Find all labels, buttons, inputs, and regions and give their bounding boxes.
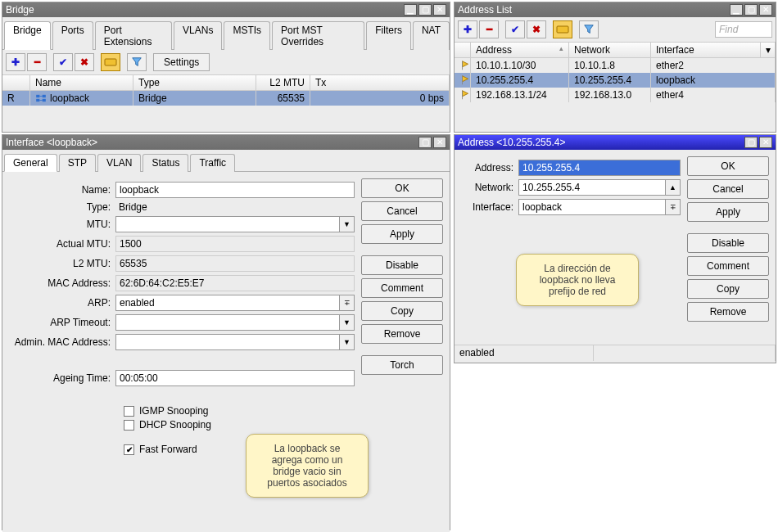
minimize-icon[interactable]: ▁ [404, 4, 417, 16]
remove-button[interactable]: Remove [687, 302, 769, 322]
filter-button[interactable] [579, 20, 599, 38]
ageing-input[interactable]: 00:05:00 [115, 370, 355, 386]
col-name[interactable]: Name [30, 75, 133, 90]
tab-general[interactable]: General [4, 154, 57, 172]
settings-button[interactable]: Settings [153, 53, 210, 71]
disable-button[interactable]: Disable [361, 255, 443, 275]
comment-button[interactable]: Comment [361, 278, 443, 298]
col-network[interactable]: Network [569, 43, 651, 57]
maximize-icon[interactable]: ▢ [744, 137, 758, 148]
igmp-snooping-checkbox[interactable]: IGMP Snooping [124, 405, 355, 417]
name-input[interactable]: loopback [115, 182, 355, 198]
arp-select[interactable]: enabled [115, 295, 340, 311]
tab-traffic[interactable]: Traffic [190, 154, 235, 172]
tab-vlans[interactable]: VLANs [174, 21, 222, 50]
mtu-input[interactable] [115, 216, 340, 232]
chevron-down-icon[interactable]: ∓ [666, 199, 681, 215]
cancel-button[interactable]: Cancel [361, 201, 443, 221]
minimize-icon[interactable]: ▁ [730, 4, 743, 16]
copy-button[interactable]: Copy [687, 279, 769, 299]
col-interface[interactable]: Interface [651, 43, 761, 57]
torch-button[interactable]: Torch [361, 355, 443, 375]
close-icon[interactable]: ✕ [759, 4, 772, 16]
admin-mac-input[interactable] [115, 334, 340, 350]
bridge-row[interactable]: R loopback Bridge 65535 0 bps [2, 91, 450, 106]
col-flag[interactable] [2, 75, 30, 90]
maximize-icon[interactable]: ▢ [418, 137, 432, 148]
address-statusbar: enabled [455, 345, 776, 361]
l2mtu-value: 65535 [115, 255, 355, 272]
arp-timeout-label: ARP Timeout: [9, 317, 115, 328]
address-titlebar: Address <10.255.255.4> ▢ ✕ [455, 135, 776, 150]
tab-status[interactable]: Status [142, 154, 188, 172]
chevron-up-icon[interactable]: ▲ [666, 179, 681, 196]
disable-button[interactable]: Disable [687, 233, 769, 253]
col-more[interactable]: ▾ [761, 43, 776, 57]
disable-button[interactable]: ✖ [75, 53, 94, 71]
close-icon[interactable]: ✕ [433, 4, 446, 16]
tooltip-address: La dirección de loopback no lleva prefij… [516, 254, 639, 306]
tab-nat[interactable]: NAT [413, 21, 450, 50]
tab-vlan[interactable]: VLAN [97, 154, 141, 172]
svg-marker-8 [463, 61, 468, 67]
comment-icon [556, 25, 569, 34]
filter-button[interactable] [127, 53, 147, 71]
add-button[interactable]: ✚ [6, 53, 25, 71]
bridge-icon [35, 94, 47, 102]
tab-filters[interactable]: Filters [366, 21, 411, 50]
chevron-down-icon[interactable]: ▼ [340, 314, 355, 331]
enable-button[interactable]: ✔ [505, 20, 525, 38]
disable-button[interactable]: ✖ [527, 20, 546, 38]
remove-button[interactable]: Remove [361, 324, 443, 344]
type-label: Type: [9, 201, 115, 213]
tab-stp[interactable]: STP [59, 154, 96, 172]
svg-rect-2 [43, 95, 46, 97]
chevron-down-icon[interactable]: ▼ [340, 334, 355, 350]
ok-button[interactable]: OK [361, 178, 443, 198]
cell-address: 10.10.1.10/30 [471, 58, 569, 73]
col-type[interactable]: Type [133, 75, 256, 90]
remove-button[interactable]: ━ [27, 53, 47, 71]
maximize-icon[interactable]: ▢ [744, 4, 758, 16]
network-label: Network: [461, 182, 518, 193]
tab-port-mst-overrides[interactable]: Port MST Overrides [272, 21, 364, 50]
maximize-icon[interactable]: ▢ [418, 4, 432, 16]
network-input[interactable]: 10.255.255.4 [518, 179, 666, 196]
arp-timeout-input[interactable] [115, 314, 340, 331]
addr-row[interactable]: 192.168.13.1/24 192.168.13.0 ether4 [455, 88, 776, 102]
enable-button[interactable]: ✔ [53, 53, 73, 71]
tab-port-extensions[interactable]: Port Extensions [95, 21, 172, 50]
find-input[interactable]: Find [715, 21, 772, 38]
col-address[interactable]: Address▴ [471, 43, 569, 57]
close-icon[interactable]: ✕ [759, 137, 772, 148]
cancel-button[interactable]: Cancel [687, 179, 769, 199]
dhcp-snooping-checkbox[interactable]: DHCP Snooping [124, 419, 355, 431]
svg-rect-0 [105, 59, 116, 65]
addr-row[interactable]: 10.255.255.4 10.255.255.4 loopback [455, 73, 776, 88]
chevron-down-icon[interactable]: ∓ [340, 295, 355, 311]
comment-button[interactable] [101, 53, 120, 71]
col-tx[interactable]: Tx [310, 75, 450, 90]
address-title: Address <10.255.255.4> [458, 137, 565, 148]
tab-mstis[interactable]: MSTIs [224, 21, 270, 50]
tab-bridge[interactable]: Bridge [4, 21, 51, 50]
comment-button[interactable] [553, 20, 572, 38]
interface-select[interactable]: loopback [518, 199, 666, 215]
copy-button[interactable]: Copy [361, 301, 443, 321]
addr-row[interactable]: 10.10.1.10/30 10.10.1.8 ether2 [455, 58, 776, 73]
apply-button[interactable]: Apply [361, 224, 443, 244]
address-input[interactable]: 10.255.255.4 [518, 160, 681, 176]
tab-ports[interactable]: Ports [52, 21, 93, 50]
remove-button[interactable]: ━ [479, 20, 499, 38]
comment-button[interactable]: Comment [687, 256, 769, 276]
close-icon[interactable]: ✕ [433, 137, 446, 148]
col-l2mtu[interactable]: L2 MTU [256, 75, 310, 90]
iface-tabs: General STP VLAN Status Traffic [2, 150, 450, 172]
ok-button[interactable]: OK [687, 156, 769, 176]
apply-button[interactable]: Apply [687, 202, 769, 222]
bridge-titlebar: Bridge ▁ ▢ ✕ [2, 2, 450, 17]
chevron-down-icon[interactable]: ▼ [340, 216, 355, 232]
col-icon[interactable] [455, 43, 471, 57]
add-button[interactable]: ✚ [458, 20, 477, 38]
sort-asc-icon: ▴ [559, 44, 563, 56]
